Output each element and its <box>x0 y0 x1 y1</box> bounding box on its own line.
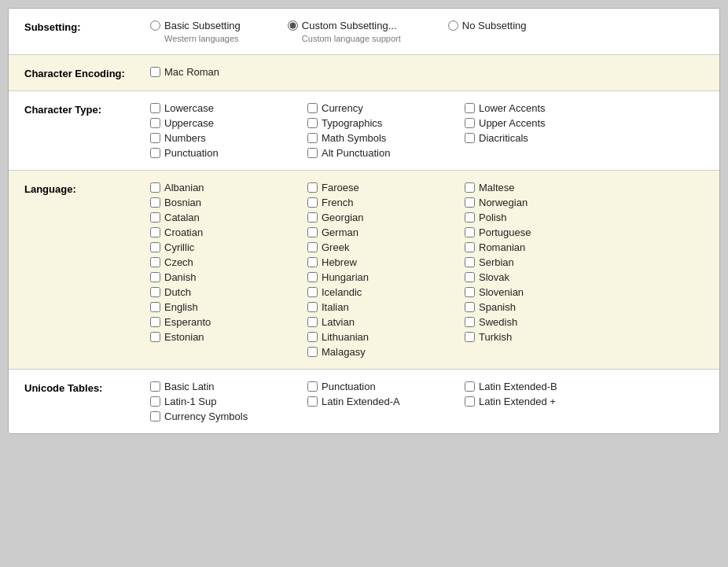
ct1-checkbox-3[interactable] <box>150 148 160 158</box>
lang1-checkbox-4[interactable] <box>150 242 160 252</box>
lang3-checkbox-0[interactable] <box>465 182 475 193</box>
uni1-label-2: Currency Symbols <box>164 411 248 422</box>
settings-panel: Subsetting: Basic Subsetting Western lan… <box>8 8 720 434</box>
lang1-checkbox-2[interactable] <box>150 212 160 223</box>
lang2-checkbox-1[interactable] <box>307 197 318 208</box>
radio-none[interactable]: No Subsetting <box>448 20 527 31</box>
radio-group-custom: Custom Subsetting... Custom language sup… <box>288 20 401 43</box>
chartype-col2: CurrencyTypographicsMath SymbolsAlt Punc… <box>307 102 465 159</box>
lang3-label-4: Romanian <box>479 241 525 253</box>
radio-basic[interactable]: Basic Subsetting <box>150 20 241 31</box>
lang2-checkbox-10[interactable] <box>307 332 318 342</box>
lang2-checkbox-3[interactable] <box>307 227 318 237</box>
lang1-label-0: Albanian <box>164 182 204 193</box>
list-item: Punctuation <box>307 381 465 392</box>
ct1-checkbox-1[interactable] <box>150 118 160 128</box>
list-item: Typographics <box>307 117 465 129</box>
lang2-label-10: Lithuanian <box>322 331 369 343</box>
radio-custom[interactable]: Custom Subsetting... <box>288 20 401 31</box>
lang1-label-2: Catalan <box>164 212 200 223</box>
lang1-checkbox-9[interactable] <box>150 317 160 327</box>
lang3-checkbox-5[interactable] <box>465 257 475 267</box>
list-item: Malagasy <box>307 346 465 358</box>
lang1-checkbox-3[interactable] <box>150 227 160 237</box>
ct3-checkbox-2[interactable] <box>465 133 475 143</box>
encoding-checkbox[interactable] <box>150 67 160 77</box>
chartype-col1: LowercaseUppercaseNumbersPunctuation <box>150 102 307 159</box>
lang3-checkbox-9[interactable] <box>465 317 475 327</box>
uni1-checkbox-2[interactable] <box>150 411 160 422</box>
lang2-label-5: Hebrew <box>322 256 357 268</box>
ct1-label-1: Uppercase <box>164 117 214 129</box>
radio-custom-label: Custom Subsetting... <box>302 20 397 31</box>
uni1-checkbox-1[interactable] <box>150 396 160 407</box>
ct3-label-1: Upper Accents <box>479 117 546 129</box>
lang3-checkbox-3[interactable] <box>465 227 475 237</box>
ct1-label-2: Numbers <box>164 132 206 144</box>
list-item: Norwegian <box>465 197 622 208</box>
lang2-checkbox-0[interactable] <box>307 182 318 193</box>
lang1-checkbox-0[interactable] <box>150 182 160 193</box>
lang2-checkbox-11[interactable] <box>307 347 318 357</box>
ct2-checkbox-1[interactable] <box>307 118 318 128</box>
unicode-col3: Latin Extended-BLatin Extended + <box>465 381 622 422</box>
ct2-checkbox-0[interactable] <box>307 103 318 113</box>
lang2-checkbox-9[interactable] <box>307 317 318 327</box>
lang1-checkbox-8[interactable] <box>150 302 160 312</box>
lang1-checkbox-5[interactable] <box>150 257 160 267</box>
uni3-checkbox-0[interactable] <box>465 381 475 392</box>
list-item: Serbian <box>465 256 622 268</box>
list-item: English <box>150 301 307 313</box>
lang2-checkbox-2[interactable] <box>307 212 318 223</box>
radio-group-basic: Basic Subsetting Western languages <box>150 20 241 43</box>
ct1-label-0: Lowercase <box>164 102 214 114</box>
radio-none-input[interactable] <box>448 20 458 31</box>
lang1-checkbox-6[interactable] <box>150 272 160 282</box>
list-item: Basic Latin <box>150 381 307 392</box>
lang3-checkbox-6[interactable] <box>465 272 475 282</box>
list-item: Esperanto <box>150 316 307 328</box>
ct1-checkbox-2[interactable] <box>150 133 160 143</box>
list-item: Uppercase <box>150 117 307 129</box>
lang2-label-1: French <box>322 197 353 208</box>
uni1-checkbox-0[interactable] <box>150 381 160 392</box>
list-item: Romanian <box>465 241 622 253</box>
lang3-checkbox-10[interactable] <box>465 332 475 342</box>
lang2-checkbox-8[interactable] <box>307 302 318 312</box>
lang1-checkbox-7[interactable] <box>150 287 160 297</box>
lang2-checkbox-5[interactable] <box>307 257 318 267</box>
ct3-checkbox-0[interactable] <box>465 103 475 113</box>
ct2-checkbox-3[interactable] <box>307 148 318 158</box>
list-item: Numbers <box>150 132 307 144</box>
lang1-label-1: Bosnian <box>164 197 201 208</box>
list-item: Diacriticals <box>465 132 622 144</box>
radio-basic-input[interactable] <box>150 20 160 31</box>
lang3-checkbox-1[interactable] <box>465 197 475 208</box>
uni1-label-1: Latin-1 Sup <box>164 396 217 407</box>
lang1-checkbox-10[interactable] <box>150 332 160 342</box>
lang3-checkbox-7[interactable] <box>465 287 475 297</box>
lang2-label-9: Latvian <box>322 316 355 328</box>
ct3-label-0: Lower Accents <box>479 102 546 114</box>
lang2-checkbox-7[interactable] <box>307 287 318 297</box>
lang3-checkbox-8[interactable] <box>465 302 475 312</box>
list-item: Latin Extended-A <box>307 396 465 407</box>
uni3-checkbox-1[interactable] <box>465 396 475 407</box>
lang3-label-3: Portuguese <box>479 226 531 238</box>
uni2-label-0: Punctuation <box>322 381 376 392</box>
lang3-checkbox-2[interactable] <box>465 212 475 223</box>
radio-custom-sublabel: Custom language support <box>288 34 401 43</box>
uni2-checkbox-0[interactable] <box>307 381 318 392</box>
ct3-checkbox-1[interactable] <box>465 118 475 128</box>
uni2-checkbox-1[interactable] <box>307 396 318 407</box>
lang2-label-0: Faroese <box>322 182 359 193</box>
ct1-checkbox-0[interactable] <box>150 103 160 113</box>
radio-custom-input[interactable] <box>288 20 298 31</box>
lang2-checkbox-4[interactable] <box>307 242 318 252</box>
lang1-checkbox-1[interactable] <box>150 197 160 208</box>
lang2-checkbox-6[interactable] <box>307 272 318 282</box>
lang3-checkbox-4[interactable] <box>465 242 475 252</box>
lang2-label-11: Malagasy <box>322 346 366 358</box>
ct2-checkbox-2[interactable] <box>307 133 318 143</box>
lang3-label-9: Swedish <box>479 316 517 328</box>
